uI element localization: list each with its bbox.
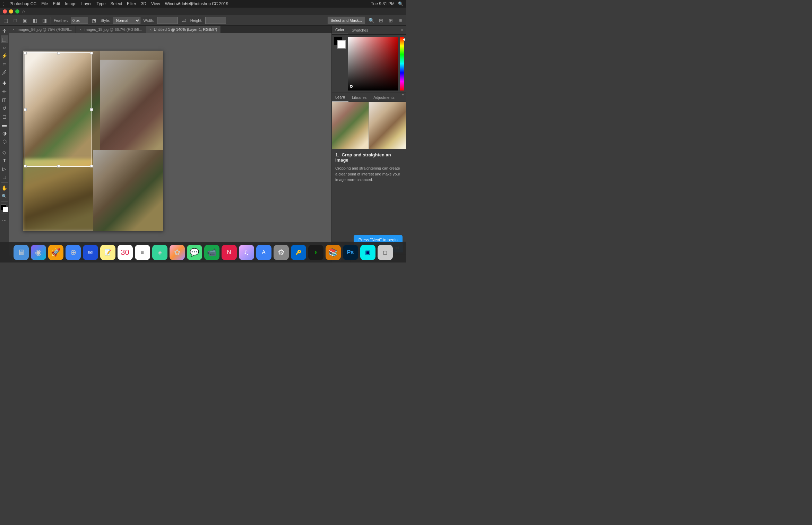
learn-panel-options[interactable]: ≡	[400, 93, 406, 102]
dock-trackpad[interactable]: ◻	[378, 245, 393, 260]
menu-view[interactable]: View	[151, 1, 160, 6]
search-icon2[interactable]: 🔍	[368, 17, 375, 24]
properties-icon[interactable]: ⊟	[378, 17, 385, 24]
width-input[interactable]	[157, 17, 178, 24]
tool-history-brush[interactable]: ↺	[1, 104, 8, 112]
dock-notes[interactable]: 📝	[100, 245, 115, 260]
minimize-button[interactable]	[9, 9, 13, 14]
tool-hand[interactable]: ✋	[1, 184, 8, 192]
tab-learn[interactable]: Learn	[332, 93, 348, 102]
tool-pen[interactable]: ◇	[1, 148, 8, 156]
dock-finder[interactable]: 🖥	[14, 245, 29, 260]
learn-preview	[332, 102, 406, 149]
marquee-rect2-icon[interactable]: ▣	[21, 17, 28, 24]
dock-photoshop[interactable]: Ps	[343, 245, 358, 260]
dock-1password[interactable]: 🔑	[291, 245, 306, 260]
menu-layer[interactable]: Layer	[81, 1, 92, 6]
tool-quick-select[interactable]: ⚡	[1, 52, 8, 60]
tab-libraries[interactable]: Libraries	[348, 93, 370, 102]
dock-system-prefs[interactable]: ⚙	[274, 245, 289, 260]
color-panel-options[interactable]: ≡	[398, 26, 406, 34]
menu-3d[interactable]: 3D	[141, 1, 146, 6]
tab-images15[interactable]: × Images_15.jpg @ 66.7% (RGB/8...	[76, 26, 146, 33]
tab-adjustments[interactable]: Adjustments	[370, 93, 398, 102]
style-select[interactable]: Normal Fixed Ratio Fixed Size	[113, 17, 140, 24]
tool-dodge[interactable]: ⬡	[1, 138, 8, 145]
tool-lasso[interactable]: ○	[1, 44, 8, 51]
tab-images56[interactable]: × Images_56.jpg @ 75% (RGB/8...	[9, 26, 76, 33]
marquee-rect4-icon[interactable]: ◨	[41, 17, 48, 24]
canvas-document[interactable]	[23, 51, 163, 231]
color-gradient-picker[interactable]	[348, 37, 398, 91]
tool-marquee[interactable]: ⬚	[1, 35, 8, 43]
tool-clone[interactable]: ◫	[1, 96, 8, 104]
tab-swatches[interactable]: Swatches	[348, 26, 372, 34]
learn-preview-left	[332, 102, 369, 149]
tool-eyedropper[interactable]: 🖊	[1, 69, 8, 76]
menu-type[interactable]: Type	[97, 1, 106, 6]
dock-capture[interactable]: ▣	[360, 245, 375, 260]
titlebar: ⌂	[0, 8, 406, 15]
tool-shape[interactable]: □	[1, 173, 8, 181]
optionsbar: ⬚ □ ▣ ◧ ◨ Feather: ⬔ Style: Normal Fixed…	[0, 15, 406, 26]
dock-messages[interactable]: 💬	[187, 245, 202, 260]
dock-safari[interactable]: ⊕	[66, 245, 81, 260]
tab-untitled-close[interactable]: ×	[150, 28, 152, 32]
dock-maps[interactable]: ◈	[152, 245, 167, 260]
dock-itunes[interactable]: ♫	[239, 245, 254, 260]
menu-filter[interactable]: Filter	[127, 1, 136, 6]
menu-icon[interactable]: ≡	[397, 17, 404, 24]
menu-edit[interactable]: Edit	[53, 1, 60, 6]
close-button[interactable]	[3, 9, 7, 14]
menu-photoshop[interactable]: Photoshop CC	[9, 1, 36, 6]
dock-mail[interactable]: ✉	[83, 245, 98, 260]
tool-eraser[interactable]: ◻	[1, 113, 8, 120]
tool-gradient[interactable]: ▬	[1, 121, 8, 129]
tool-move[interactable]: ✛	[1, 27, 8, 35]
dock-appstore[interactable]: A	[256, 245, 271, 260]
search-icon[interactable]: 🔍	[398, 1, 403, 6]
swap-icon[interactable]: ⇄	[181, 17, 188, 24]
maximize-button[interactable]	[15, 9, 19, 14]
menu-file[interactable]: File	[41, 1, 48, 6]
dock-facetime[interactable]: 📹	[204, 245, 219, 260]
menu-select[interactable]: Select	[111, 1, 122, 6]
color-picker-cursor	[350, 85, 353, 88]
canvas-image	[23, 51, 163, 231]
tool-path-select[interactable]: ▷	[1, 165, 8, 173]
dock-launchpad[interactable]: 🚀	[48, 245, 63, 260]
tool-more[interactable]: …	[1, 215, 8, 223]
tab-images15-close[interactable]: ×	[79, 28, 81, 32]
hue-slider[interactable]	[400, 37, 404, 91]
dock-reminders[interactable]: ≡	[135, 245, 150, 260]
tab-untitled[interactable]: × Untitled-1 @ 140% (Layer 1, RGB/8*)	[146, 26, 221, 33]
dock-calendar[interactable]: 30	[118, 245, 133, 260]
dock-photos[interactable]: ✿	[170, 245, 185, 260]
foreground-color-swatch[interactable]	[1, 205, 8, 212]
dock-books[interactable]: 📚	[326, 245, 341, 260]
marquee-rect-icon[interactable]: □	[12, 17, 19, 24]
feather-input[interactable]	[71, 17, 88, 24]
feather-unit-icon: ⬔	[91, 17, 98, 24]
marquee-rect3-icon[interactable]: ◧	[31, 17, 38, 24]
tool-brush[interactable]: ✏	[1, 88, 8, 95]
dock-news[interactable]: N	[222, 245, 237, 260]
panel-icon[interactable]: ⊞	[387, 17, 394, 24]
dock-terminal[interactable]: $	[308, 245, 323, 260]
tab-color[interactable]: Color	[332, 26, 348, 34]
menu-image[interactable]: Image	[65, 1, 76, 6]
tool-zoom[interactable]: 🔍	[1, 192, 8, 200]
height-input[interactable]	[205, 17, 226, 24]
home-icon[interactable]: ⌂	[22, 9, 25, 14]
tool-healing[interactable]: ✚	[1, 79, 8, 87]
select-mask-button[interactable]: Select and Mask...	[328, 17, 365, 24]
tool-blur[interactable]: ◑	[1, 129, 8, 137]
tool-type[interactable]: T	[1, 157, 8, 164]
color-panel-section: Color Swatches ≡	[332, 26, 406, 93]
tab-images15-label: Images_15.jpg @ 66.7% (RGB/8...	[84, 27, 142, 32]
background-swatch[interactable]	[337, 40, 346, 49]
dock-siri[interactable]: ◉	[31, 245, 46, 260]
apple-menu[interactable]: 	[3, 1, 5, 7]
tab-images56-close[interactable]: ×	[12, 28, 15, 32]
tool-crop[interactable]: ⌗	[1, 60, 8, 68]
